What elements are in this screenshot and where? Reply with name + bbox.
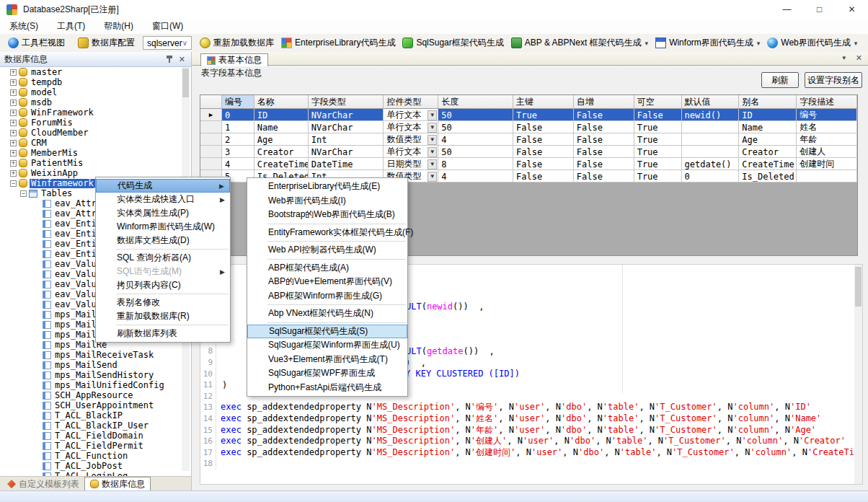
tree-item-table[interactable]: T_ACL_JobPost <box>53 462 124 471</box>
table-row[interactable]: ▶0IDNVarChar单行文本▼50TrueFalseFalsenewid()… <box>200 109 857 121</box>
grid-cell[interactable]: False <box>513 133 574 146</box>
grid-cell[interactable]: True <box>634 146 682 158</box>
tab-table-basic-info[interactable]: 表基本信息 <box>200 53 268 66</box>
row-indicator-cell[interactable] <box>200 146 222 158</box>
grid-column-header[interactable]: 可空 <box>634 95 682 109</box>
tree-item-table[interactable]: mps_MailSend <box>53 361 119 370</box>
tree-item-database[interactable]: PatientMis <box>30 159 84 168</box>
tree-expander-icon[interactable]: + <box>10 160 17 167</box>
grid-cell[interactable]: Age <box>739 133 797 146</box>
tree-expander-icon[interactable]: + <box>10 120 17 126</box>
tree-expander-icon[interactable]: + <box>10 170 17 177</box>
sqlsugar-codegen-button[interactable]: SqlSugar框架代码生成 <box>399 35 507 50</box>
grid-cell[interactable]: True <box>634 133 682 146</box>
grid-column-header[interactable]: 名称 <box>254 95 309 109</box>
context-menu-item-3[interactable]: Winform界面代码生成(W) <box>96 220 230 234</box>
grid-cell[interactable] <box>682 121 740 133</box>
grid-cell[interactable]: ID <box>739 109 797 121</box>
grid-cell[interactable]: DateTime <box>309 158 384 170</box>
grid-cell[interactable]: 编号 <box>797 109 857 121</box>
menubar-item-2[interactable]: 帮助(H) <box>94 19 143 34</box>
context-menu-item-6[interactable]: SQL 查询分析器(A) <box>96 251 230 265</box>
grid-cell[interactable]: True <box>634 158 682 170</box>
grid-cell[interactable]: 3 <box>222 146 254 158</box>
context-menu-item-8[interactable]: 拷贝列表内容(C) <box>96 278 230 292</box>
menubar-item-3[interactable]: 窗口(W) <box>143 19 192 34</box>
grid-cell[interactable]: 创建时间 <box>797 158 857 170</box>
grid-cell[interactable]: False <box>574 146 634 158</box>
grid-column-header[interactable]: 自增 <box>574 95 634 109</box>
tab-list-dropdown-icon[interactable]: ▼ <box>841 55 847 61</box>
grid-cell[interactable]: 姓名 <box>797 121 857 133</box>
grid-cell[interactable]: False <box>513 158 574 170</box>
grid-cell[interactable]: False <box>574 170 634 182</box>
tree-item-table[interactable]: mps_MailSendHistory <box>53 371 155 380</box>
grid-cell[interactable]: False <box>513 170 574 182</box>
menubar-item-0[interactable]: 系统(S) <box>0 19 48 34</box>
cell-dropdown-icon[interactable]: ▼ <box>428 135 437 145</box>
grid-cell[interactable]: 50 <box>438 121 513 133</box>
tree-item-database[interactable]: tempdb <box>30 78 63 87</box>
grid-cell[interactable] <box>682 146 740 158</box>
close-button[interactable]: ✕ <box>836 0 868 19</box>
submenu-item-16[interactable]: Vue3+Element界面代码生成(T) <box>247 353 407 367</box>
abp-codegen-button[interactable]: ABP & ABPNext 框架代码生成▾ <box>508 35 652 50</box>
grid-column-header[interactable]: 主键 <box>513 95 574 109</box>
cell-dropdown-icon[interactable]: ▼ <box>428 159 437 169</box>
tree-item-table[interactable]: T_ACL_FieldPermit <box>53 441 145 451</box>
bottom-tab-1[interactable]: 数据库信息 <box>84 477 151 490</box>
submenu-item-18[interactable]: Python+FastApi后端代码生成 <box>247 381 407 395</box>
grid-cell[interactable]: 50 <box>438 146 513 158</box>
tree-expander-icon[interactable]: + <box>10 100 17 106</box>
submenu-item-2[interactable]: Bootstrap的Web界面代码生成(B) <box>247 208 407 222</box>
grid-column-header[interactable]: 长度 <box>438 95 513 109</box>
context-menu-item-2[interactable]: 实体类属性生成(P) <box>96 206 230 220</box>
grid-cell[interactable]: 50 <box>438 109 513 121</box>
grid-cell[interactable]: 2 <box>222 133 254 146</box>
submenu-item-9[interactable]: ABP的Vue+Element界面代码(V) <box>247 275 407 289</box>
grid-cell[interactable]: CreateTime <box>739 158 797 170</box>
tree-item-table[interactable]: mps_MailReceiveTask <box>53 351 155 360</box>
grid-cell[interactable]: 创建人 <box>797 146 857 158</box>
grid-column-header[interactable]: 控件类型 <box>384 95 438 109</box>
tree-expander-icon[interactable]: + <box>10 130 17 136</box>
grid-cell[interactable]: Age <box>254 133 309 146</box>
tree-expander-icon[interactable]: + <box>10 89 17 96</box>
row-indicator-cell[interactable] <box>200 121 222 133</box>
context-menu-item-1[interactable]: 实体类生成快速入口▶ <box>96 193 230 206</box>
grid-cell[interactable]: 0 <box>222 109 254 121</box>
enterpriselibrary-codegen-button[interactable]: EnterpriseLibrary代码生成 <box>278 35 399 50</box>
tree-item-database[interactable]: CRM <box>30 138 48 148</box>
grid-cell[interactable]: False <box>513 146 574 158</box>
grid-cell[interactable]: True <box>513 109 574 121</box>
tree-item-table[interactable]: T_ACL_FieldDomain <box>53 431 145 441</box>
submenu-item-17[interactable]: SqlSugar框架WPF界面生成 <box>247 366 407 381</box>
tree-expander-icon[interactable]: + <box>10 110 17 116</box>
cell-dropdown-icon[interactable]: ▼ <box>428 123 437 133</box>
tree-expander-icon[interactable]: + <box>10 79 17 86</box>
grid-cell[interactable]: False <box>634 109 682 121</box>
database-type-combo[interactable]: sqlserver∨ <box>143 36 192 50</box>
grid-cell[interactable]: 年龄 <box>797 133 857 146</box>
grid-cell[interactable]: CreateTime <box>254 158 309 170</box>
cell-dropdown-icon[interactable]: ▼ <box>428 172 437 182</box>
reload-database-button[interactable]: 重新加载数据库 <box>196 35 278 50</box>
grid-cell[interactable] <box>682 133 740 146</box>
tree-item-table[interactable]: mps_MailUnifiedConfig <box>53 381 166 390</box>
tree-scrollbar-thumb[interactable] <box>182 69 189 97</box>
grid-cell[interactable]: 4 <box>438 133 513 146</box>
grid-cell[interactable]: NVarChar <box>309 109 384 121</box>
control-type-combo-cell[interactable]: 单行文本▼ <box>384 146 438 158</box>
row-indicator-cell[interactable] <box>200 133 222 146</box>
row-indicator-cell[interactable]: ▶ <box>200 109 222 121</box>
context-menu-item-13[interactable]: 刷新数据库列表 <box>96 327 230 340</box>
minimize-button[interactable]: — <box>771 0 803 19</box>
grid-cell[interactable]: Creator <box>254 146 309 158</box>
submenu-item-15[interactable]: SqlSugar框架Winform界面生成(U) <box>247 338 407 353</box>
tree-item-table[interactable]: T_ACL_BlackIP_User <box>53 421 150 431</box>
submenu-item-14[interactable]: SqlSugar框架代码生成(S) <box>247 325 407 339</box>
control-type-combo-cell[interactable]: 单行文本▼ <box>384 121 438 133</box>
submenu-item-6[interactable]: Web API控制器代码生成(W) <box>247 243 407 257</box>
grid-cell[interactable]: False <box>574 109 634 121</box>
set-field-alias-button[interactable]: 设置字段别名 <box>805 72 862 88</box>
